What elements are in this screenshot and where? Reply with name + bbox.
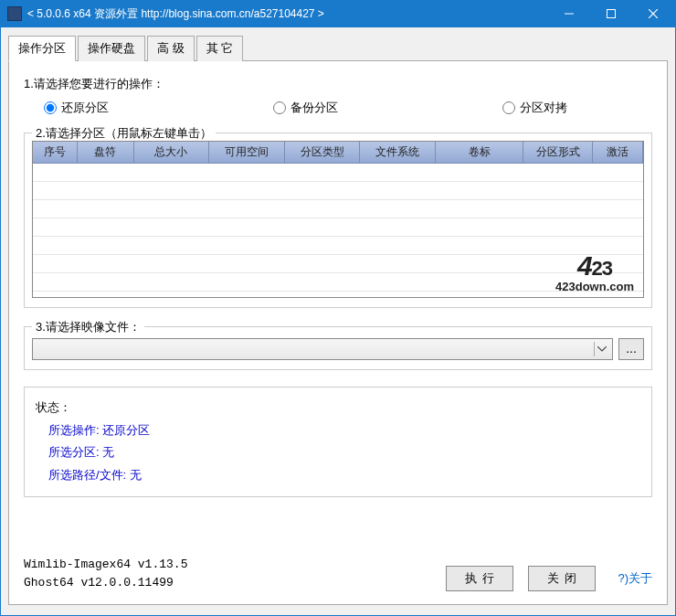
maximize-button[interactable] <box>590 0 632 27</box>
partition-table: 序号 盘符 总大小 可用空间 分区类型 文件系统 卷标 分区形式 激活 <box>33 142 643 292</box>
status-box: 状态： 所选操作: 还原分区 所选分区: 无 所选路径/文件: 无 <box>24 387 652 497</box>
svg-rect-1 <box>607 10 616 18</box>
close-dialog-button[interactable]: 关闭 <box>528 566 596 591</box>
app-icon <box>7 6 22 21</box>
status-path: 所选路径/文件: 无 <box>36 464 640 487</box>
col-filesystem[interactable]: 文件系统 <box>360 142 436 164</box>
status-partition: 所选分区: 无 <box>36 441 640 464</box>
tab-operate-partition[interactable]: 操作分区 <box>8 36 76 61</box>
radio-restore-label: 还原分区 <box>61 100 109 116</box>
tab-operate-disk[interactable]: 操作硬盘 <box>78 36 145 61</box>
radio-backup-partition[interactable]: 备份分区 <box>273 100 338 116</box>
version-info: Wimlib-Imagex64 v1.13.5 Ghost64 v12.0.0.… <box>24 556 187 591</box>
col-partition-style[interactable]: 分区形式 <box>523 142 593 164</box>
window-body: 操作分区 操作硬盘 高 级 其 它 1.请选择您要进行的操作： 还原分区 备份分… <box>0 27 676 616</box>
table-row[interactable] <box>33 164 643 182</box>
version-ghost: Ghost64 v12.0.0.11499 <box>24 574 187 592</box>
radio-restore-input[interactable] <box>44 101 57 114</box>
operation-radio-group: 还原分区 备份分区 分区对拷 <box>24 100 652 116</box>
watermark-url: 423down.com <box>555 280 634 293</box>
watermark: 442323 423down.com <box>555 252 634 293</box>
execute-button[interactable]: 执行 <box>446 566 513 591</box>
col-free-space[interactable]: 可用空间 <box>209 142 285 164</box>
chevron-down-icon <box>594 342 608 356</box>
minimize-button[interactable] <box>548 0 590 27</box>
col-drive[interactable]: 盘符 <box>77 142 133 164</box>
tab-panel: 1.请选择您要进行的操作： 还原分区 备份分区 分区对拷 2.请选择分区（用鼠标… <box>8 60 668 605</box>
about-link[interactable]: ?)关于 <box>618 570 652 587</box>
section-operation: 1.请选择您要进行的操作： 还原分区 备份分区 分区对拷 <box>24 76 652 116</box>
footer: Wimlib-Imagex64 v1.13.5 Ghost64 v12.0.0.… <box>24 556 652 591</box>
status-title: 状态： <box>36 397 640 420</box>
table-body <box>33 164 643 292</box>
col-total-size[interactable]: 总大小 <box>133 142 209 164</box>
tab-other[interactable]: 其 它 <box>196 36 244 61</box>
table-row[interactable] <box>33 182 643 200</box>
table-row[interactable] <box>33 218 643 237</box>
col-index[interactable]: 序号 <box>33 142 77 164</box>
section3-legend: 3.请选择映像文件： <box>32 319 144 335</box>
radio-backup-input[interactable] <box>273 101 286 114</box>
table-row[interactable] <box>33 273 643 292</box>
status-operation: 所选操作: 还原分区 <box>36 420 640 442</box>
col-active[interactable]: 激活 <box>592 142 642 164</box>
table-row[interactable] <box>33 200 643 218</box>
titlebar: < 5.0.0.6 x64 资源外置 http://blog.sina.com.… <box>0 0 676 27</box>
radio-copy-partition[interactable]: 分区对拷 <box>502 100 567 116</box>
radio-copy-input[interactable] <box>502 101 515 114</box>
radio-copy-label: 分区对拷 <box>520 100 567 116</box>
table-header-row: 序号 盘符 总大小 可用空间 分区类型 文件系统 卷标 分区形式 激活 <box>33 142 643 164</box>
table-row[interactable] <box>33 255 643 273</box>
close-button[interactable] <box>632 0 674 27</box>
version-wimlib: Wimlib-Imagex64 v1.13.5 <box>24 556 187 574</box>
image-file-combo[interactable] <box>32 338 613 360</box>
col-volume-label[interactable]: 卷标 <box>435 142 523 164</box>
section1-label: 1.请选择您要进行的操作： <box>24 76 652 92</box>
section-partition-select: 2.请选择分区（用鼠标左键单击） 序号 盘符 总大小 可用空间 分区类型 <box>24 133 652 308</box>
tab-bar: 操作分区 操作硬盘 高 级 其 它 <box>8 36 668 61</box>
table-row[interactable] <box>33 237 643 255</box>
section2-legend: 2.请选择分区（用鼠标左键单击） <box>32 125 216 142</box>
partition-table-wrap[interactable]: 序号 盘符 总大小 可用空间 分区类型 文件系统 卷标 分区形式 激活 <box>32 141 644 298</box>
browse-button[interactable]: ... <box>618 338 644 360</box>
col-partition-type[interactable]: 分区类型 <box>284 142 360 164</box>
footer-buttons: 执行 关闭 ?)关于 <box>446 566 652 591</box>
window-controls <box>548 0 674 27</box>
radio-restore-partition[interactable]: 还原分区 <box>44 100 109 116</box>
radio-backup-label: 备份分区 <box>290 100 338 116</box>
section-image-file: 3.请选择映像文件： ... <box>24 326 652 370</box>
tab-advanced[interactable]: 高 级 <box>147 36 195 61</box>
window-title: < 5.0.0.6 x64 资源外置 http://blog.sina.com.… <box>27 6 548 22</box>
